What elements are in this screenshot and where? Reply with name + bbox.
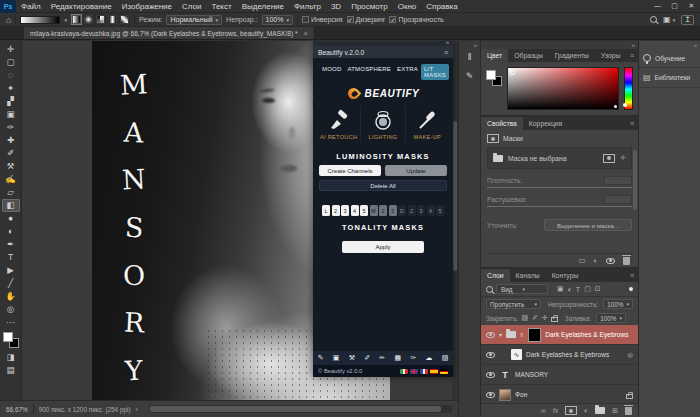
transparency-checkbox[interactable]: Прозрачность [389, 16, 443, 23]
visibility-eye-icon[interactable] [486, 352, 495, 358]
target-icon[interactable]: ✛ [620, 154, 626, 162]
scrollbar-thumb[interactable] [150, 406, 441, 412]
language-flag-icon[interactable] [440, 369, 448, 374]
lock-position-icon[interactable]: ✛ [542, 314, 548, 322]
mask-chip[interactable]: 5 [436, 205, 444, 216]
mask-chip[interactable]: 2 [379, 205, 387, 216]
maximize-button[interactable]: ▢ [666, 2, 683, 10]
delete-layer-icon[interactable] [625, 407, 632, 415]
layer-effects-icon[interactable]: fx [553, 407, 558, 414]
opacity-select[interactable]: 100%▾ [262, 15, 293, 25]
gradient-diamond[interactable] [119, 14, 130, 25]
panel-tab[interactable]: Цвет [481, 49, 508, 62]
menu-item[interactable]: Справка [421, 2, 462, 11]
group-chevron-icon[interactable]: ▾ [499, 331, 502, 338]
move-tool[interactable]: ✛ [2, 43, 20, 56]
menu-item[interactable]: Фильтр [289, 2, 326, 11]
visibility-eye-icon[interactable] [486, 372, 495, 378]
density-value-box[interactable] [604, 176, 632, 185]
panel-menu-icon[interactable]: ≡ [630, 49, 638, 62]
layer-name[interactable]: Dark Eyelashes & Eyebrows [526, 351, 609, 358]
mask-chip[interactable]: D [398, 205, 406, 216]
layer-row-group[interactable]: ▾ ∞ Dark Eyelashes & Eyebrows [481, 325, 638, 345]
lock-all-icon[interactable] [551, 317, 558, 322]
filter-pixel-layers-icon[interactable]: ▣ [557, 285, 564, 293]
lighting-button[interactable]: LIGHTING [360, 105, 404, 143]
panel-tab[interactable]: Образцы [508, 49, 549, 62]
menu-item[interactable]: Файл [16, 2, 46, 11]
layer-row-adjustment[interactable]: ∿ Dark Eyelashes & Eyebrows ◎ [481, 345, 638, 365]
screen-mode-button[interactable]: ▤ [2, 364, 20, 377]
panel-tab[interactable]: Слои [481, 269, 510, 282]
blur-tool[interactable]: ● [2, 212, 20, 225]
bf-pencil-icon[interactable]: ✏ [379, 354, 385, 362]
canvas-horizontal-scrollbar[interactable] [149, 405, 452, 413]
zoom-level[interactable]: 66,67% [6, 406, 28, 413]
select-and-mask-button[interactable]: Выделение и маска... [544, 219, 632, 231]
healing-brush-tool[interactable]: ✚ [2, 134, 20, 147]
marquee-tool[interactable]: ▢ [2, 56, 20, 69]
blend-mode-select[interactable]: Нормальный▾ [166, 15, 222, 25]
panel-tab[interactable]: Градиенты [549, 49, 595, 62]
mask-chip[interactable]: 3 [417, 205, 425, 216]
mask-chip[interactable]: 3 [389, 205, 397, 216]
menu-item[interactable]: Просмотр [346, 2, 393, 11]
layer-name[interactable]: Dark Eyelashes & Eyebrows [545, 331, 628, 338]
menu-item[interactable]: Редактирование [46, 2, 117, 11]
shape-tool[interactable]: ╱ [2, 277, 20, 290]
mask-chip[interactable]: L [322, 205, 330, 216]
layer-mask-thumbnail[interactable] [528, 328, 541, 342]
minimize-button[interactable]: — [649, 2, 666, 10]
hue-slider[interactable] [624, 67, 633, 110]
edit-toolbar[interactable]: ⋯ [2, 316, 20, 329]
picker-marker[interactable] [614, 105, 617, 108]
beautify-tab[interactable]: ATMOSPHERE [344, 64, 394, 80]
new-group-icon[interactable] [595, 407, 605, 414]
workspace-switcher-icon[interactable]: ▣ ▾ [663, 15, 675, 24]
image-layer-thumbnail[interactable] [499, 389, 511, 401]
pen-tool[interactable]: ✒ [2, 238, 20, 251]
layer-search-icon[interactable] [486, 286, 493, 293]
gradient-reflected[interactable] [107, 14, 118, 25]
mask-chip[interactable]: 4 [351, 205, 359, 216]
document-tab[interactable]: milaya-krasivaya-devushka.jpg @ 66,7% (D… [24, 27, 315, 39]
add-mask-icon[interactable] [603, 154, 615, 163]
delete-mask-icon[interactable] [623, 257, 630, 265]
eraser-tool[interactable]: ▱ [2, 186, 20, 199]
lock-transparency-icon[interactable]: ▨ [521, 314, 528, 322]
language-flag-icon[interactable] [430, 369, 438, 374]
language-flag-icon[interactable] [420, 369, 428, 374]
gradient-preview[interactable] [20, 16, 60, 24]
magic-wand-tool[interactable]: ✦ [2, 82, 20, 95]
adjustment-layer-thumbnail[interactable]: ∿ [511, 349, 522, 360]
create-channels-button[interactable]: Create Channels [319, 165, 381, 176]
filter-adjustment-layers-icon[interactable]: ◐ [568, 286, 572, 293]
text-layer-thumbnail[interactable]: T [499, 370, 511, 380]
invert-mask-icon[interactable]: ◐ [593, 256, 598, 265]
visibility-eye-icon[interactable] [486, 392, 495, 398]
lasso-tool[interactable]: ◌ [2, 69, 20, 82]
bf-layers-icon[interactable]: ▣ [333, 354, 340, 362]
no-mask-row[interactable]: Маска не выбрана ✛ [487, 147, 632, 169]
mask-link-icon[interactable]: ∞ [519, 332, 525, 336]
menu-item[interactable]: Изображение [117, 2, 177, 11]
beautify-tab[interactable]: L/T MASKS [421, 64, 449, 80]
layer-name[interactable]: MANSORY [515, 371, 548, 378]
frame-tool[interactable]: ▣ [2, 108, 20, 121]
status-arrow-icon[interactable]: › [136, 406, 138, 413]
mask-chip[interactable]: M [370, 205, 378, 216]
ai-retouch-button[interactable]: AI RETOUCH [317, 105, 360, 143]
gradient-radial[interactable] [83, 14, 94, 25]
type-tool[interactable]: T [2, 251, 20, 264]
bf-cloud-icon[interactable]: ☁ [425, 354, 432, 362]
mask-chip[interactable]: 3 [341, 205, 349, 216]
brushes-panel-icon[interactable]: ‖ [461, 49, 479, 65]
foreground-color-swatch[interactable] [486, 70, 496, 80]
layer-opacity-box[interactable]: 100%▾ [603, 299, 633, 309]
filter-toggle[interactable] [629, 287, 633, 291]
panel-tab[interactable]: Узоры [595, 49, 626, 62]
color-swatches[interactable] [3, 332, 19, 348]
feather-slider[interactable] [487, 206, 632, 207]
panel-menu-icon[interactable]: ≡ [630, 117, 638, 130]
bf-stamp-icon[interactable]: ⚒ [349, 354, 355, 362]
